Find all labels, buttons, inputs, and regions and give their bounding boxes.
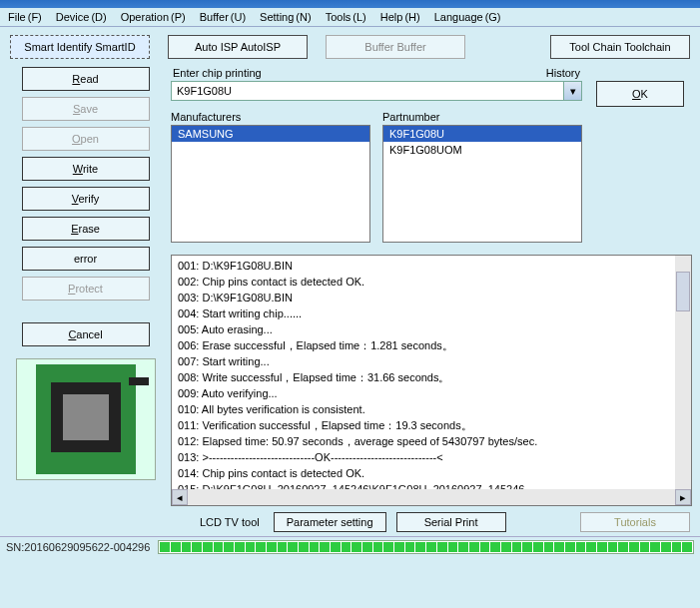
open-button: Open xyxy=(22,127,150,151)
scroll-left-icon[interactable]: ◂ xyxy=(172,489,188,505)
log-line: 009: Auto verifying... xyxy=(178,385,685,401)
manufacturers-label: Manufacturers xyxy=(171,111,370,125)
erase-button[interactable]: Erase xyxy=(22,217,150,241)
chip-icon xyxy=(129,377,149,385)
protect-button: Protect xyxy=(22,277,150,301)
cancel-button[interactable]: Cancel xyxy=(22,322,150,346)
scroll-right-icon[interactable]: ▸ xyxy=(675,489,691,505)
log-panel: 001: D:\K9F1G08U.BIN002: Chip pins conta… xyxy=(171,255,692,506)
log-line: 003: D:\K9F1G08U.BIN xyxy=(178,290,685,305)
enter-chip-label: Enter chip printing xyxy=(173,67,262,79)
log-line: 001: D:\K9F1G08U.BIN xyxy=(178,258,685,274)
menu-language[interactable]: Language(G) xyxy=(434,11,501,23)
chevron-down-icon: ▾ xyxy=(570,85,576,98)
buffer-button[interactable]: Buffer Buffer xyxy=(326,35,465,59)
log-line: 005: Auto erasing... xyxy=(178,321,685,337)
tool-chain-button[interactable]: Tool Chain Toolchain xyxy=(550,35,690,59)
log-line: 002: Chip pins contact is detected OK. xyxy=(178,274,685,290)
ok-button[interactable]: OK xyxy=(596,81,684,107)
log-line: 011: Verification successful，Elapsed tim… xyxy=(178,417,685,433)
serial-number: SN:20160629095622-004296 xyxy=(6,541,150,553)
list-item[interactable]: K9F1G08U xyxy=(383,126,581,142)
log-line: 014: Chip pins contact is detected OK. xyxy=(178,465,685,481)
menu-help[interactable]: Help(H) xyxy=(380,11,420,23)
read-button[interactable]: Read xyxy=(22,67,150,91)
serial-print-button[interactable]: Serial Print xyxy=(396,512,506,532)
action-panel: Read Save Open Write Verify Erase error … xyxy=(8,67,163,506)
menu-buffer[interactable]: Buffer(U) xyxy=(200,11,246,23)
menu-setting[interactable]: Setting(N) xyxy=(260,11,312,23)
bottom-toolbar: LCD TV tool Parameter setting Serial Pri… xyxy=(0,506,700,536)
menu-device[interactable]: Device(D) xyxy=(56,11,107,23)
horizontal-scrollbar[interactable]: ◂ ▸ xyxy=(172,489,691,505)
log-line: 015: D:\K9F1G08U_20160927_145246\K9F1G08… xyxy=(178,481,685,489)
progress-bar xyxy=(158,540,694,554)
vertical-scrollbar[interactable] xyxy=(675,256,691,489)
verify-button[interactable]: Verify xyxy=(22,187,150,211)
log-line: 007: Start writing... xyxy=(178,353,685,369)
list-item[interactable]: SAMSUNG xyxy=(172,126,369,142)
menu-bar: File(F) Device(D) Operation(P) Buffer(U)… xyxy=(0,8,700,27)
partnumber-list[interactable]: K9F1G08U K9F1G08UOM xyxy=(382,125,582,243)
lcd-tv-tool-label: LCD TV tool xyxy=(200,516,264,528)
log-line: 004: Start writing chip...... xyxy=(178,305,685,321)
auto-isp-button[interactable]: Auto ISP AutoISP xyxy=(168,35,308,59)
toolbar: Smart Identify SmartID Auto ISP AutoISP … xyxy=(0,27,700,63)
log-line: 013: >-----------------------------OK---… xyxy=(178,449,685,465)
tutorials-button: Tutorials xyxy=(580,512,690,532)
status-bar: SN:20160629095622-004296 xyxy=(0,536,700,556)
chip-input[interactable] xyxy=(171,81,564,101)
error-button[interactable]: error xyxy=(22,247,150,271)
history-label: History xyxy=(546,67,580,79)
log-line: 012: Elapsed time: 50.97 seconds，average… xyxy=(178,433,685,449)
write-button[interactable]: Write xyxy=(22,157,150,181)
manufacturers-list[interactable]: SAMSUNG xyxy=(171,125,370,243)
title-bar xyxy=(0,0,700,8)
smart-identify-button[interactable]: Smart Identify SmartID xyxy=(10,35,150,59)
log-line: 006: Erase successful，Elapsed time：1.281… xyxy=(178,337,685,353)
menu-file[interactable]: File(F) xyxy=(8,11,42,23)
device-photo xyxy=(16,358,156,480)
log-body[interactable]: 001: D:\K9F1G08U.BIN002: Chip pins conta… xyxy=(172,256,691,489)
menu-operation[interactable]: Operation(P) xyxy=(121,11,186,23)
save-button: Save xyxy=(22,97,150,121)
parameter-setting-button[interactable]: Parameter setting xyxy=(274,512,386,532)
history-dropdown-button[interactable]: ▾ xyxy=(564,81,582,101)
list-item[interactable]: K9F1G08UOM xyxy=(383,142,581,158)
log-line: 010: All bytes verification is consisten… xyxy=(178,401,685,417)
partnumber-label: Partnumber xyxy=(382,111,582,125)
menu-tools[interactable]: Tools(L) xyxy=(326,11,366,23)
log-line: 008: Write successful，Elapsed time：31.66… xyxy=(178,369,685,385)
